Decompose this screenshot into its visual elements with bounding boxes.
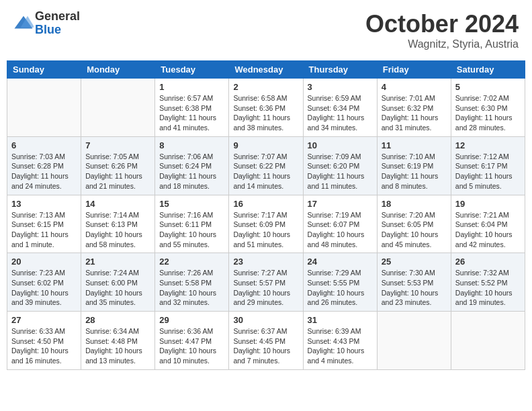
calendar-cell: 3Sunrise: 6:59 AM Sunset: 6:34 PM Daylig… bbox=[303, 79, 377, 137]
calendar-cell: 13Sunrise: 7:13 AM Sunset: 6:15 PM Dayli… bbox=[7, 195, 81, 253]
calendar-cell: 17Sunrise: 7:19 AM Sunset: 6:07 PM Dayli… bbox=[303, 195, 377, 253]
calendar-cell: 30Sunrise: 6:37 AM Sunset: 4:45 PM Dayli… bbox=[229, 312, 303, 370]
logo: General Blue bbox=[13, 10, 80, 37]
day-number: 6 bbox=[11, 140, 77, 150]
day-number: 17 bbox=[308, 199, 373, 209]
month-title: October 2024 bbox=[365, 10, 519, 38]
day-number: 30 bbox=[233, 315, 298, 325]
calendar-cell: 9Sunrise: 7:07 AM Sunset: 6:22 PM Daylig… bbox=[229, 136, 303, 195]
day-number: 9 bbox=[233, 140, 298, 150]
day-number: 1 bbox=[159, 82, 224, 92]
page-header: General Blue October 2024 Wagnitz, Styri… bbox=[7, 7, 525, 54]
weekday-header-friday: Friday bbox=[377, 61, 451, 79]
calendar-cell bbox=[81, 79, 155, 137]
day-info: Sunrise: 6:33 AM Sunset: 4:50 PM Dayligh… bbox=[11, 326, 77, 366]
day-number: 22 bbox=[159, 257, 224, 267]
weekday-header-wednesday: Wednesday bbox=[229, 61, 303, 79]
logo-general-text: General bbox=[35, 10, 80, 24]
weekday-header-monday: Monday bbox=[81, 61, 155, 79]
calendar-cell: 31Sunrise: 6:39 AM Sunset: 4:43 PM Dayli… bbox=[303, 312, 377, 370]
calendar-week-row: 1Sunrise: 6:57 AM Sunset: 6:38 PM Daylig… bbox=[7, 79, 525, 137]
day-number: 28 bbox=[85, 315, 150, 325]
weekday-header-thursday: Thursday bbox=[303, 61, 377, 79]
calendar-cell: 24Sunrise: 7:29 AM Sunset: 5:55 PM Dayli… bbox=[303, 253, 377, 312]
logo-blue-text: Blue bbox=[35, 24, 80, 37]
day-info: Sunrise: 7:05 AM Sunset: 6:26 PM Dayligh… bbox=[85, 152, 150, 191]
day-info: Sunrise: 6:37 AM Sunset: 4:45 PM Dayligh… bbox=[233, 326, 298, 366]
day-info: Sunrise: 7:07 AM Sunset: 6:22 PM Dayligh… bbox=[233, 152, 298, 191]
day-number: 4 bbox=[382, 82, 447, 92]
day-info: Sunrise: 7:23 AM Sunset: 6:02 PM Dayligh… bbox=[11, 268, 77, 308]
day-number: 13 bbox=[11, 199, 77, 209]
day-number: 12 bbox=[455, 140, 521, 150]
calendar-table: SundayMondayTuesdayWednesdayThursdayFrid… bbox=[7, 60, 525, 370]
day-info: Sunrise: 7:29 AM Sunset: 5:55 PM Dayligh… bbox=[308, 268, 373, 308]
weekday-header-sunday: Sunday bbox=[7, 61, 81, 79]
day-number: 27 bbox=[11, 315, 77, 325]
calendar-week-row: 13Sunrise: 7:13 AM Sunset: 6:15 PM Dayli… bbox=[7, 195, 525, 253]
day-info: Sunrise: 7:13 AM Sunset: 6:15 PM Dayligh… bbox=[11, 210, 77, 250]
calendar-cell: 18Sunrise: 7:20 AM Sunset: 6:05 PM Dayli… bbox=[377, 195, 451, 253]
calendar-cell: 10Sunrise: 7:09 AM Sunset: 6:20 PM Dayli… bbox=[303, 136, 377, 195]
calendar-cell: 19Sunrise: 7:21 AM Sunset: 6:04 PM Dayli… bbox=[451, 195, 525, 253]
calendar-cell: 26Sunrise: 7:32 AM Sunset: 5:52 PM Dayli… bbox=[451, 253, 525, 312]
day-info: Sunrise: 6:57 AM Sunset: 6:38 PM Dayligh… bbox=[159, 93, 224, 133]
calendar-cell: 21Sunrise: 7:24 AM Sunset: 6:00 PM Dayli… bbox=[81, 253, 155, 312]
calendar-cell: 23Sunrise: 7:27 AM Sunset: 5:57 PM Dayli… bbox=[229, 253, 303, 312]
day-number: 7 bbox=[85, 140, 150, 150]
calendar-cell: 6Sunrise: 7:03 AM Sunset: 6:28 PM Daylig… bbox=[7, 136, 81, 195]
day-number: 21 bbox=[85, 257, 150, 267]
day-number: 25 bbox=[382, 257, 447, 267]
day-number: 11 bbox=[382, 140, 447, 150]
day-info: Sunrise: 7:19 AM Sunset: 6:07 PM Dayligh… bbox=[308, 210, 373, 250]
day-info: Sunrise: 7:17 AM Sunset: 6:09 PM Dayligh… bbox=[233, 210, 298, 250]
calendar-cell: 14Sunrise: 7:14 AM Sunset: 6:13 PM Dayli… bbox=[81, 195, 155, 253]
day-number: 15 bbox=[159, 199, 224, 209]
day-number: 3 bbox=[308, 82, 373, 92]
day-number: 26 bbox=[455, 257, 521, 267]
day-number: 5 bbox=[455, 82, 521, 92]
calendar-cell: 28Sunrise: 6:34 AM Sunset: 4:48 PM Dayli… bbox=[81, 312, 155, 370]
calendar-cell: 8Sunrise: 7:06 AM Sunset: 6:24 PM Daylig… bbox=[155, 136, 229, 195]
day-number: 23 bbox=[233, 257, 298, 267]
calendar-week-row: 20Sunrise: 7:23 AM Sunset: 6:02 PM Dayli… bbox=[7, 253, 525, 312]
day-info: Sunrise: 7:24 AM Sunset: 6:00 PM Dayligh… bbox=[85, 268, 150, 308]
logo-icon bbox=[13, 13, 34, 34]
day-info: Sunrise: 7:01 AM Sunset: 6:32 PM Dayligh… bbox=[382, 93, 447, 133]
day-info: Sunrise: 7:14 AM Sunset: 6:13 PM Dayligh… bbox=[85, 210, 150, 250]
day-number: 29 bbox=[159, 315, 224, 325]
day-info: Sunrise: 7:12 AM Sunset: 6:17 PM Dayligh… bbox=[455, 152, 521, 191]
location-text: Wagnitz, Styria, Austria bbox=[365, 38, 519, 50]
calendar-cell: 22Sunrise: 7:26 AM Sunset: 5:58 PM Dayli… bbox=[155, 253, 229, 312]
title-section: October 2024 Wagnitz, Styria, Austria bbox=[365, 10, 519, 50]
calendar-week-row: 27Sunrise: 6:33 AM Sunset: 4:50 PM Dayli… bbox=[7, 312, 525, 370]
day-info: Sunrise: 7:03 AM Sunset: 6:28 PM Dayligh… bbox=[11, 152, 77, 191]
calendar-cell bbox=[377, 312, 451, 370]
calendar-cell: 15Sunrise: 7:16 AM Sunset: 6:11 PM Dayli… bbox=[155, 195, 229, 253]
day-number: 19 bbox=[455, 199, 521, 209]
day-number: 20 bbox=[11, 257, 77, 267]
calendar-cell: 25Sunrise: 7:30 AM Sunset: 5:53 PM Dayli… bbox=[377, 253, 451, 312]
calendar-week-row: 6Sunrise: 7:03 AM Sunset: 6:28 PM Daylig… bbox=[7, 136, 525, 195]
day-number: 2 bbox=[233, 82, 298, 92]
day-number: 8 bbox=[159, 140, 224, 150]
calendar-cell: 27Sunrise: 6:33 AM Sunset: 4:50 PM Dayli… bbox=[7, 312, 81, 370]
day-info: Sunrise: 7:20 AM Sunset: 6:05 PM Dayligh… bbox=[382, 210, 447, 250]
day-info: Sunrise: 7:09 AM Sunset: 6:20 PM Dayligh… bbox=[308, 152, 373, 191]
calendar-cell: 29Sunrise: 6:36 AM Sunset: 4:47 PM Dayli… bbox=[155, 312, 229, 370]
day-info: Sunrise: 7:21 AM Sunset: 6:04 PM Dayligh… bbox=[455, 210, 521, 250]
calendar-cell: 11Sunrise: 7:10 AM Sunset: 6:19 PM Dayli… bbox=[377, 136, 451, 195]
day-info: Sunrise: 6:39 AM Sunset: 4:43 PM Dayligh… bbox=[308, 326, 373, 366]
day-number: 24 bbox=[308, 257, 373, 267]
calendar-cell bbox=[7, 79, 81, 137]
day-number: 16 bbox=[233, 199, 298, 209]
calendar-cell: 20Sunrise: 7:23 AM Sunset: 6:02 PM Dayli… bbox=[7, 253, 81, 312]
day-info: Sunrise: 7:27 AM Sunset: 5:57 PM Dayligh… bbox=[233, 268, 298, 308]
day-info: Sunrise: 7:16 AM Sunset: 6:11 PM Dayligh… bbox=[159, 210, 224, 250]
day-number: 31 bbox=[308, 315, 373, 325]
weekday-header-saturday: Saturday bbox=[451, 61, 525, 79]
day-info: Sunrise: 6:59 AM Sunset: 6:34 PM Dayligh… bbox=[308, 93, 373, 133]
day-info: Sunrise: 7:06 AM Sunset: 6:24 PM Dayligh… bbox=[159, 152, 224, 191]
day-info: Sunrise: 6:36 AM Sunset: 4:47 PM Dayligh… bbox=[159, 326, 224, 366]
calendar-cell bbox=[451, 312, 525, 370]
